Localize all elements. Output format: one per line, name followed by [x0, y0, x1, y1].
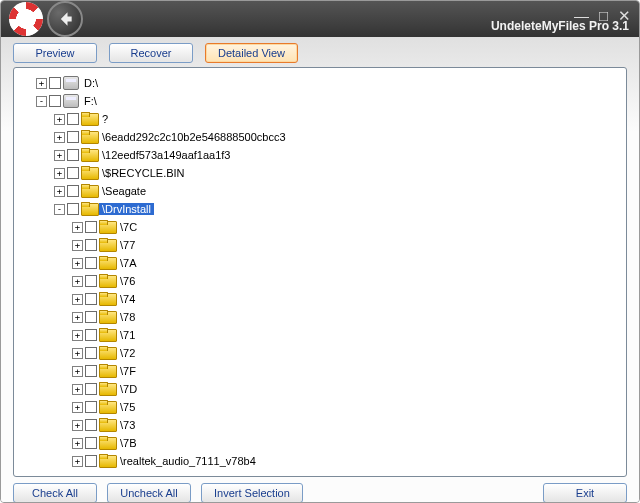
folder-icon	[99, 220, 115, 234]
expand-icon[interactable]: +	[72, 258, 83, 269]
tree-checkbox[interactable]	[85, 401, 97, 413]
tree-checkbox[interactable]	[67, 131, 79, 143]
detailed-view-button[interactable]: Detailed View	[205, 43, 298, 63]
tree-checkbox[interactable]	[85, 257, 97, 269]
tree-label[interactable]: \7C	[117, 221, 140, 233]
expand-icon[interactable]: +	[72, 348, 83, 359]
tree-checkbox[interactable]	[85, 437, 97, 449]
tree-label[interactable]: \Seagate	[99, 185, 149, 197]
uncheck-all-button[interactable]: Uncheck All	[107, 483, 191, 503]
app-window: — □ ✕ UndeleteMyFiles Pro 3.1 Preview Re…	[0, 0, 640, 503]
drive-icon	[63, 76, 79, 90]
expand-icon[interactable]: +	[36, 78, 47, 89]
collapse-icon[interactable]: -	[36, 96, 47, 107]
tree-label[interactable]: ?	[99, 113, 111, 125]
tree-checkbox[interactable]	[85, 365, 97, 377]
file-tree[interactable]: + D:\ - F:\ +	[13, 67, 627, 477]
tree-label[interactable]: \12eedf573a149aaf1aa1f3	[99, 149, 233, 161]
expand-icon[interactable]: +	[54, 186, 65, 197]
tree-node: +\74	[72, 290, 622, 308]
tree-checkbox[interactable]	[85, 455, 97, 467]
tree-label[interactable]: F:\	[81, 95, 100, 107]
app-title: UndeleteMyFiles Pro 3.1	[491, 19, 629, 33]
tree-checkbox[interactable]	[85, 239, 97, 251]
expand-icon[interactable]: +	[72, 420, 83, 431]
back-button[interactable]	[47, 1, 83, 37]
tree-checkbox[interactable]	[85, 347, 97, 359]
tree-label[interactable]: \7B	[117, 437, 140, 449]
tree-checkbox[interactable]	[85, 293, 97, 305]
expand-icon[interactable]: +	[72, 384, 83, 395]
expand-icon[interactable]: +	[54, 168, 65, 179]
tree-checkbox[interactable]	[85, 311, 97, 323]
tree-checkbox[interactable]	[67, 113, 79, 125]
expand-icon[interactable]: +	[72, 312, 83, 323]
tree-checkbox[interactable]	[85, 419, 97, 431]
check-all-button[interactable]: Check All	[13, 483, 97, 503]
tree-checkbox[interactable]	[85, 329, 97, 341]
folder-icon	[99, 292, 115, 306]
expand-icon[interactable]: +	[72, 294, 83, 305]
invert-selection-button[interactable]: Invert Selection	[201, 483, 303, 503]
tree-checkbox[interactable]	[67, 185, 79, 197]
expand-icon[interactable]: +	[54, 150, 65, 161]
tree-checkbox[interactable]	[67, 149, 79, 161]
folder-icon	[99, 436, 115, 450]
tree-node: +\77	[72, 236, 622, 254]
tree-node: + \$RECYCLE.BIN	[54, 164, 622, 182]
tree-checkbox[interactable]	[85, 383, 97, 395]
expand-icon[interactable]: +	[72, 438, 83, 449]
tree-label[interactable]: \74	[117, 293, 138, 305]
tree-node: + \Seagate	[54, 182, 622, 200]
tree-checkbox[interactable]	[67, 203, 79, 215]
folder-icon	[81, 130, 97, 144]
bottom-toolbar: Check All Uncheck All Invert Selection E…	[13, 483, 627, 503]
tree-node: +\realtek_audio_7111_v78b4	[72, 452, 622, 470]
recover-button[interactable]: Recover	[109, 43, 193, 63]
app-logo-icon	[9, 2, 43, 36]
tree-node: +\7C	[72, 218, 622, 236]
tree-label-selected[interactable]: \DrvInstall	[99, 203, 154, 215]
tree-label[interactable]: \7F	[117, 365, 139, 377]
tree-node: + \12eedf573a149aaf1aa1f3	[54, 146, 622, 164]
tree-label[interactable]: \7A	[117, 257, 140, 269]
folder-icon	[99, 310, 115, 324]
tree-label[interactable]: \71	[117, 329, 138, 341]
folder-icon	[99, 346, 115, 360]
expand-icon[interactable]: +	[72, 240, 83, 251]
tree-checkbox[interactable]	[49, 95, 61, 107]
expand-icon[interactable]: +	[72, 456, 83, 467]
tree-label[interactable]: D:\	[81, 77, 101, 89]
exit-button[interactable]: Exit	[543, 483, 627, 503]
top-toolbar: Preview Recover Detailed View	[13, 43, 627, 63]
tree-node: +\71	[72, 326, 622, 344]
tree-label[interactable]: \76	[117, 275, 138, 287]
expand-icon[interactable]: +	[54, 114, 65, 125]
collapse-icon[interactable]: -	[54, 204, 65, 215]
expand-icon[interactable]: +	[72, 330, 83, 341]
tree-node: +\7B	[72, 434, 622, 452]
tree-label[interactable]: \realtek_audio_7111_v78b4	[117, 455, 259, 467]
tree-checkbox[interactable]	[85, 221, 97, 233]
tree-label[interactable]: \77	[117, 239, 138, 251]
tree-label[interactable]: \72	[117, 347, 138, 359]
folder-icon	[99, 382, 115, 396]
expand-icon[interactable]: +	[72, 366, 83, 377]
tree-node: +\78	[72, 308, 622, 326]
tree-label[interactable]: \75	[117, 401, 138, 413]
expand-icon[interactable]: +	[72, 222, 83, 233]
tree-label[interactable]: \$RECYCLE.BIN	[99, 167, 188, 179]
tree-checkbox[interactable]	[85, 275, 97, 287]
expand-icon[interactable]: +	[72, 402, 83, 413]
drive-icon	[63, 94, 79, 108]
tree-checkbox[interactable]	[49, 77, 61, 89]
tree-checkbox[interactable]	[67, 167, 79, 179]
tree-label[interactable]: \6eadd292c2c10b2e546888500cbcc3	[99, 131, 289, 143]
tree-label[interactable]: \78	[117, 311, 138, 323]
tree-label[interactable]: \7D	[117, 383, 140, 395]
expand-icon[interactable]: +	[72, 276, 83, 287]
expand-icon[interactable]: +	[54, 132, 65, 143]
tree-label[interactable]: \73	[117, 419, 138, 431]
preview-button[interactable]: Preview	[13, 43, 97, 63]
tree-node-drive-f: - F:\ + ? +	[36, 92, 622, 470]
